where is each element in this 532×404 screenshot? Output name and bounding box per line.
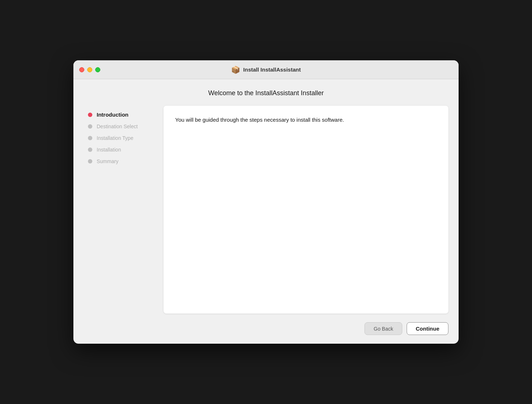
window-body: Welcome to the InstallAssistant Installe…: [73, 79, 459, 344]
sidebar-label-installation: Installation: [97, 147, 121, 153]
continue-button[interactable]: Continue: [407, 322, 448, 335]
minimize-button[interactable]: [87, 67, 92, 72]
sidebar-dot-introduction: [88, 113, 92, 117]
titlebar-center: 📦 Install InstallAssistant: [231, 65, 301, 74]
maximize-button[interactable]: [95, 67, 100, 72]
sidebar-label-introduction: Introduction: [97, 112, 128, 118]
sidebar-dot-summary: [88, 159, 92, 163]
sidebar-item-introduction[interactable]: Introduction: [84, 109, 164, 121]
sidebar-label-summary: Summary: [97, 158, 118, 164]
content-area: Introduction Destination Select Installa…: [84, 106, 448, 314]
main-panel: You will be guided through the steps nec…: [164, 106, 448, 314]
sidebar-item-installation[interactable]: Installation: [84, 144, 164, 155]
sidebar-dot-destination-select: [88, 124, 92, 129]
traffic-lights: [79, 67, 100, 72]
app-icon: 📦: [231, 65, 240, 74]
sidebar-item-destination-select[interactable]: Destination Select: [84, 121, 164, 132]
footer: Go Back Continue: [84, 319, 448, 336]
go-back-button[interactable]: Go Back: [364, 322, 402, 335]
sidebar-item-installation-type[interactable]: Installation Type: [84, 132, 164, 144]
sidebar-label-installation-type: Installation Type: [97, 135, 133, 141]
window-title: Install InstallAssistant: [243, 66, 301, 73]
sidebar-dot-installation-type: [88, 136, 92, 140]
installer-window: 📦 Install InstallAssistant Welcome to th…: [73, 60, 459, 344]
sidebar-item-summary[interactable]: Summary: [84, 155, 164, 167]
sidebar-dot-installation: [88, 148, 92, 152]
main-body-text: You will be guided through the steps nec…: [175, 116, 379, 124]
sidebar-label-destination-select: Destination Select: [97, 124, 138, 129]
page-title: Welcome to the InstallAssistant Installe…: [84, 88, 448, 100]
titlebar: 📦 Install InstallAssistant: [73, 60, 459, 79]
sidebar: Introduction Destination Select Installa…: [84, 106, 164, 314]
close-button[interactable]: [79, 67, 84, 72]
